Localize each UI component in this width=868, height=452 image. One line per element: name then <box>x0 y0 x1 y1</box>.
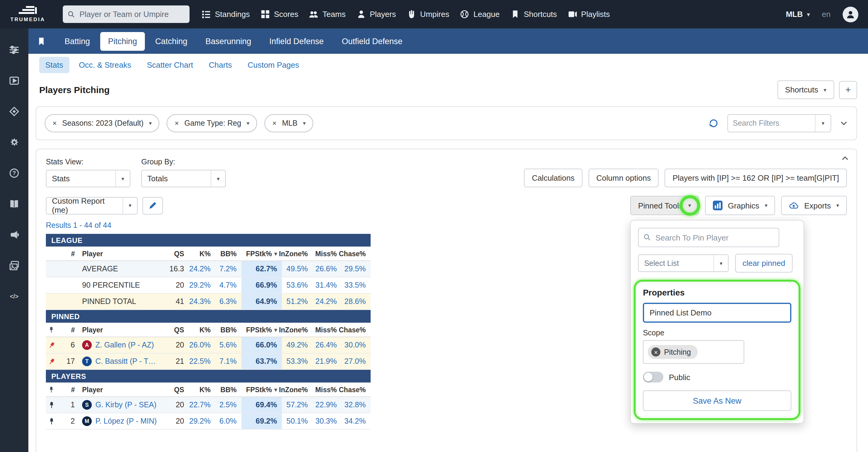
col-qs[interactable]: QS <box>161 383 189 396</box>
stat-inzone-pct[interactable]: 49.2% <box>282 337 313 353</box>
tab-outfield-defense[interactable]: Outfield Defense <box>334 32 410 51</box>
col-chase-pct[interactable]: Chase% <box>342 247 371 260</box>
gallery-icon[interactable] <box>0 250 28 281</box>
col-miss-pct[interactable]: Miss% <box>313 383 342 396</box>
col-fpstk-pct[interactable]: FPStk% ▾ <box>242 323 282 337</box>
tab-stats[interactable]: Stats <box>39 57 69 73</box>
col-bb-pct[interactable]: BB% <box>216 323 242 337</box>
stat-k-pct[interactable]: 24.3% <box>189 294 216 309</box>
col-qs[interactable]: QS <box>161 323 189 337</box>
nav-players[interactable]: Players <box>356 10 396 19</box>
stat-bb-pct[interactable]: 5.6% <box>216 337 242 353</box>
ballpark-icon[interactable] <box>0 96 28 127</box>
col-inzone-pct[interactable]: InZone% <box>282 323 313 337</box>
pin-icon[interactable] <box>46 340 57 350</box>
video-icon[interactable] <box>0 65 28 96</box>
stat-bb-pct[interactable]: 2.5% <box>216 397 242 413</box>
custom-report-select[interactable]: Custom Report (me) ▾ <box>46 197 137 214</box>
nav-playlists[interactable]: Playlists <box>568 10 610 19</box>
stat-bb-pct[interactable]: 7.2% <box>216 261 242 277</box>
col-k-pct[interactable]: K% <box>189 323 216 337</box>
stat-miss-pct[interactable]: 21.9% <box>313 354 342 369</box>
clear-pinned-button[interactable]: clear pinned <box>735 254 793 273</box>
stat-chase-pct[interactable]: 27.0% <box>342 354 371 369</box>
stat-miss-pct[interactable]: 26.4% <box>313 337 342 353</box>
stat-miss-pct[interactable]: 31.4% <box>313 277 342 293</box>
stat-bb-pct[interactable]: 6.0% <box>216 413 242 429</box>
stat-fpstk-pct[interactable]: 66.9% <box>242 277 282 293</box>
stat-inzone-pct[interactable]: 51.2% <box>282 294 313 309</box>
stat-k-pct[interactable]: 22.5% <box>189 354 216 369</box>
stat-miss-pct[interactable]: 24.2% <box>313 294 342 309</box>
col-bb-pct[interactable]: BB% <box>216 383 242 396</box>
history-restore-icon[interactable] <box>708 118 719 129</box>
stat-inzone-pct[interactable]: 50.1% <box>282 413 313 429</box>
col-bb-pct[interactable]: BB% <box>216 247 242 260</box>
stat-k-pct[interactable]: 26.0% <box>189 337 216 353</box>
stat-bb-pct[interactable]: 4.7% <box>216 277 242 293</box>
language-label[interactable]: en <box>822 10 831 19</box>
col-inzone-pct[interactable]: InZone% <box>282 247 313 260</box>
col-number[interactable]: # <box>57 247 77 260</box>
tab-occ-streaks[interactable]: Occ. & Streaks <box>73 57 137 73</box>
filter-chip-seasons[interactable]: × Seasons: 2023 (Default) ▾ <box>45 114 160 132</box>
pin-icon[interactable] <box>46 356 57 367</box>
tab-pitching[interactable]: Pitching <box>100 32 145 51</box>
player-link[interactable]: P. López (P - MIN) <box>95 417 157 425</box>
public-toggle[interactable] <box>643 372 663 383</box>
exports-button[interactable]: Exports ▾ <box>781 196 847 215</box>
stat-k-pct[interactable]: 22.7% <box>189 397 216 413</box>
col-miss-pct[interactable]: Miss% <box>313 323 342 337</box>
player-link[interactable]: G. Kirby (P - SEA) <box>95 401 156 409</box>
select-list-dropdown[interactable]: Select List ▾ <box>638 254 728 272</box>
scope-chip-pitching[interactable]: × Pitching <box>648 345 698 359</box>
pin-player-search-input[interactable] <box>655 233 774 242</box>
help-icon[interactable]: ? <box>0 158 28 189</box>
tab-charts[interactable]: Charts <box>203 57 238 73</box>
nav-league[interactable]: League <box>460 10 500 19</box>
stat-k-pct[interactable]: 24.2% <box>189 261 216 277</box>
stat-miss-pct[interactable]: 30.3% <box>313 413 342 429</box>
stat-fpstk-pct[interactable]: 66.0% <box>242 337 282 353</box>
stat-inzone-pct[interactable]: 57.2% <box>282 397 313 413</box>
filter-chip-league[interactable]: × MLB ▾ <box>265 114 314 132</box>
tab-catching[interactable]: Catching <box>147 32 195 51</box>
region-dropdown[interactable]: MLB ▾ <box>786 10 810 19</box>
col-fpstk-pct[interactable]: FPStk% ▾ <box>242 383 282 396</box>
stat-k-pct[interactable]: 29.2% <box>189 413 216 429</box>
col-k-pct[interactable]: K% <box>189 383 216 396</box>
col-chase-pct[interactable]: Chase% <box>342 383 371 396</box>
search-filters-combobox[interactable]: ▾ <box>727 114 831 132</box>
book-icon[interactable] <box>0 189 28 219</box>
stat-miss-pct[interactable]: 22.9% <box>313 397 342 413</box>
player-link[interactable]: Z. Gallen (P - AZ) <box>95 341 154 349</box>
filter-expression-button[interactable]: Players with [IP] >= 162 OR [IP] >= team… <box>664 169 847 187</box>
filter-chip-game-type[interactable]: × Game Type: Reg ▾ <box>167 114 257 132</box>
scope-field[interactable]: × Pitching <box>643 340 744 364</box>
megaphone-icon[interactable] <box>0 219 28 250</box>
stat-chase-pct[interactable]: 30.0% <box>342 337 371 353</box>
tab-baserunning[interactable]: Baserunning <box>198 32 259 51</box>
player-link[interactable]: C. Bassitt (P - TOR) <box>95 357 161 366</box>
graphics-button[interactable]: Graphics ▾ <box>705 196 775 215</box>
expand-filters-chevron-icon[interactable] <box>840 119 848 128</box>
save-as-new-button[interactable]: Save As New <box>643 390 791 411</box>
tab-infield-defense[interactable]: Infield Defense <box>261 32 331 51</box>
trumedia-logo[interactable]: TRUMEDIA <box>0 0 56 28</box>
column-options-button[interactable]: Column options <box>589 169 659 187</box>
stat-fpstk-pct[interactable]: 69.4% <box>242 397 282 413</box>
remove-scope-icon[interactable]: × <box>651 347 660 357</box>
tab-custom-pages[interactable]: Custom Pages <box>242 57 305 73</box>
nav-shortcuts[interactable]: Shortcuts <box>511 10 557 19</box>
col-player[interactable]: Player <box>77 247 161 260</box>
pin-icon[interactable] <box>48 417 55 425</box>
close-icon[interactable]: × <box>53 119 57 128</box>
stat-inzone-pct[interactable]: 53.6% <box>282 277 313 293</box>
close-icon[interactable]: × <box>272 119 276 128</box>
code-icon[interactable]: </> <box>0 281 28 312</box>
global-search-input[interactable] <box>80 10 185 19</box>
pin-player-search[interactable] <box>638 228 779 247</box>
stat-chase-pct[interactable]: 34.2% <box>342 413 371 429</box>
stat-chase-pct[interactable]: 28.6% <box>342 294 371 309</box>
nav-teams[interactable]: Teams <box>309 10 346 19</box>
